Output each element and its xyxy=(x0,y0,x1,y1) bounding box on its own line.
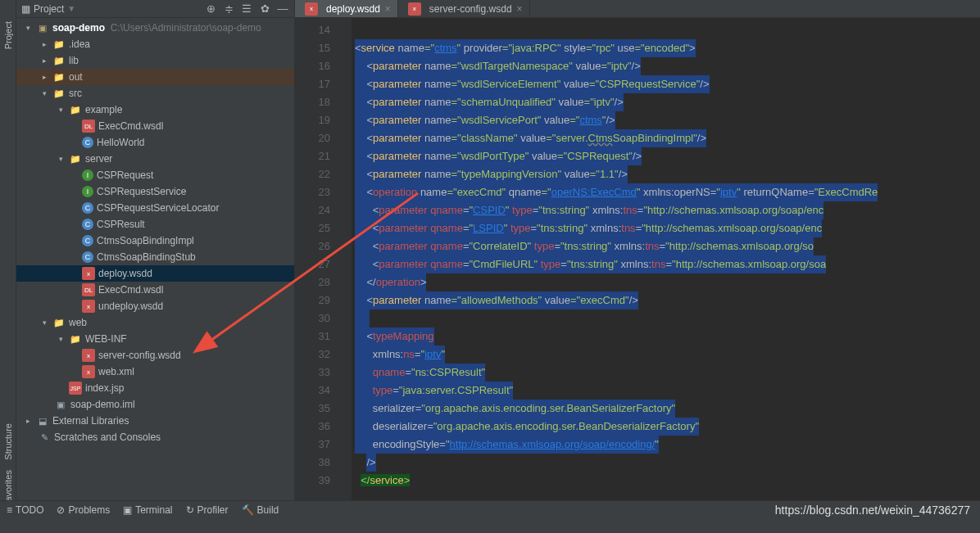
profiler-button[interactable]: ↻Profiler xyxy=(186,504,229,516)
project-panel: ▦ Project ▼ ⊕ ≑ ☰ ✿ — ▾▣soap-demo C:\Use… xyxy=(16,0,295,533)
tree-csprequest[interactable]: ICSPRequest xyxy=(16,167,294,183)
wsdd-icon: x xyxy=(82,300,95,313)
tree-deploy[interactable]: xdeploy.wsdd xyxy=(16,265,294,282)
tree-lib[interactable]: ▸lib xyxy=(16,52,294,69)
scratch-icon: ✎ xyxy=(38,431,51,444)
tree-extlibs[interactable]: ▸⬓External Libraries xyxy=(16,413,294,429)
fold-area xyxy=(340,18,352,515)
problems-button[interactable]: ⊘Problems xyxy=(57,504,110,516)
tree-locator[interactable]: CCSPRequestServiceLocator xyxy=(16,200,294,216)
terminal-button[interactable]: ▣Terminal xyxy=(123,504,172,516)
panel-title[interactable]: Project xyxy=(34,3,64,15)
class-icon: C xyxy=(82,137,93,148)
tree-serverconfig[interactable]: xserver-config.wsdd xyxy=(16,347,294,364)
module-icon: ▣ xyxy=(36,21,49,34)
tree-web[interactable]: ▾web xyxy=(16,314,294,331)
tree-example[interactable]: ▾example xyxy=(16,102,294,118)
watermark: https://blog.csdn.net/weixin_44736277 xyxy=(775,504,970,517)
class-icon: C xyxy=(82,251,93,263)
close-icon[interactable]: × xyxy=(385,3,391,15)
status-bar xyxy=(0,518,980,533)
tree-cspresult[interactable]: CCSPResult xyxy=(16,216,294,233)
jsp-icon: JSP xyxy=(69,382,82,395)
rail-structure[interactable]: Structure xyxy=(3,418,13,465)
iml-icon: ▣ xyxy=(54,398,67,411)
collapse-icon[interactable]: ☰ xyxy=(240,2,253,16)
tab-bar: xdeploy.wsdd× xserver-config.wsdd× xyxy=(295,0,980,18)
tree-iml[interactable]: ▣soap-demo.iml xyxy=(16,396,294,413)
wsdd-icon: x xyxy=(408,2,421,16)
panel-header: ▦ Project ▼ ⊕ ≑ ☰ ✿ — xyxy=(16,0,294,18)
folder-icon xyxy=(69,332,82,346)
web-folder-icon xyxy=(52,316,66,329)
todo-button[interactable]: ≡TODO xyxy=(7,504,43,516)
project-tree[interactable]: ▾▣soap-demo C:\Users\Administrator\soap-… xyxy=(16,18,294,533)
tree-indexjsp[interactable]: JSPindex.jsp xyxy=(16,380,294,396)
tree-webinf[interactable]: ▾WEB-INF xyxy=(16,331,294,347)
class-icon: C xyxy=(82,235,93,246)
xml-icon: x xyxy=(82,365,95,378)
tree-impl[interactable]: CCtmsSoapBindingImpl xyxy=(16,233,294,249)
libs-icon: ⬓ xyxy=(36,414,49,427)
locate-icon[interactable]: ⊕ xyxy=(204,2,217,16)
tree-idea[interactable]: ▸.idea xyxy=(16,36,294,52)
class-icon: C xyxy=(82,219,93,230)
rail-project[interactable]: Project xyxy=(3,16,13,54)
tab-serverconfig[interactable]: xserver-config.wsdd× xyxy=(398,0,530,17)
class-icon: C xyxy=(82,202,93,214)
tree-server[interactable]: ▾server xyxy=(16,151,294,167)
tree-hello[interactable]: CHelloWorld xyxy=(16,134,294,151)
code-area[interactable]: <service name="ctms" provider="java:RPC"… xyxy=(352,18,980,515)
left-tool-rail: Project Structure Favorites ★ xyxy=(0,0,16,533)
tree-out[interactable]: ▸out xyxy=(16,69,294,85)
wsdd-icon: x xyxy=(305,2,318,16)
wsdl-icon: DL xyxy=(82,283,95,296)
folder-icon xyxy=(52,70,66,84)
interface-icon: I xyxy=(82,169,93,181)
expand-icon[interactable]: ≑ xyxy=(222,2,235,16)
tree-stub[interactable]: CCtmsSoapBindingStub xyxy=(16,249,294,265)
tree-execwsdl1[interactable]: DLExecCmd.wsdl xyxy=(16,118,294,134)
tab-deploy[interactable]: xdeploy.wsdd× xyxy=(295,0,398,17)
wsdd-icon: x xyxy=(82,267,95,280)
folder-icon xyxy=(52,54,66,67)
src-folder-icon xyxy=(52,87,66,100)
build-button[interactable]: 🔨Build xyxy=(242,504,279,516)
tree-execwsdl2[interactable]: DLExecCmd.wsdl xyxy=(16,282,294,298)
gear-icon[interactable]: ✿ xyxy=(258,2,271,16)
hide-icon[interactable]: — xyxy=(276,2,289,16)
tree-src[interactable]: ▾src xyxy=(16,85,294,102)
gutter: 1415161718192021222324252627282930313233… xyxy=(295,18,340,515)
close-icon[interactable]: × xyxy=(517,3,523,15)
editor-body[interactable]: 1415161718192021222324252627282930313233… xyxy=(295,18,980,515)
tree-scratches[interactable]: ✎Scratches and Consoles xyxy=(16,429,294,445)
editor-area: xdeploy.wsdd× xserver-config.wsdd× 14151… xyxy=(295,0,980,533)
folder-icon xyxy=(52,38,66,51)
wsdl-icon: DL xyxy=(82,120,95,133)
tree-undeploy[interactable]: xundeploy.wsdd xyxy=(16,298,294,314)
tree-webxml[interactable]: xweb.xml xyxy=(16,364,294,380)
wsdd-icon: x xyxy=(82,349,95,362)
tree-csprequestservice[interactable]: ICSPRequestService xyxy=(16,183,294,200)
pkg-icon xyxy=(69,152,82,165)
interface-icon: I xyxy=(82,186,93,197)
tree-root[interactable]: ▾▣soap-demo C:\Users\Administrator\soap-… xyxy=(16,20,294,36)
folder-icon: ▦ xyxy=(21,3,30,15)
pkg-icon xyxy=(69,103,82,116)
